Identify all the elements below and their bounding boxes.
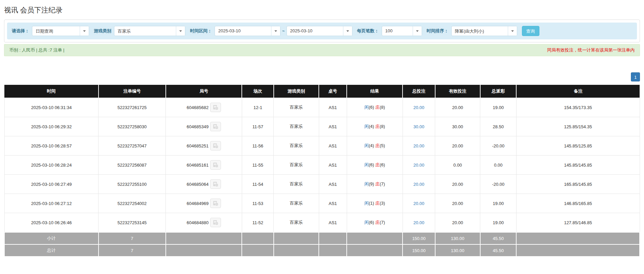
result-banker-label: 庄	[375, 162, 380, 167]
total-bet-link[interactable]: 20.00	[413, 143, 424, 148]
sum-empty	[242, 232, 273, 244]
sum-label: 小计	[4, 232, 99, 244]
cell-total-bet: 20.00	[403, 156, 435, 175]
pagination-top: 1	[4, 72, 640, 81]
result-banker-score: (6)	[380, 162, 385, 167]
round-id-text: 604684969	[187, 201, 209, 206]
cell-note: 154.35/173.35	[516, 98, 640, 117]
cell-payout: -20.00	[480, 175, 517, 194]
cell-payout: 19.00	[480, 98, 517, 117]
video-replay-button[interactable]	[210, 199, 221, 208]
cell-session: 11-57	[242, 117, 273, 136]
video-replay-button[interactable]	[210, 160, 221, 170]
sum-label: 总计	[4, 244, 99, 256]
total-bet-link[interactable]: 20.00	[413, 182, 424, 187]
date-to-picker[interactable]: 2025-03-10	[287, 26, 352, 36]
cell-session: 11-56	[242, 136, 273, 156]
cell-total-bet: 20.00	[403, 194, 435, 213]
cell-table-no: AS1	[319, 156, 347, 175]
cell-payout: -20.00	[480, 136, 517, 156]
cell-bet-id: 522327253145	[99, 213, 166, 233]
date-range-separator: ~	[282, 29, 285, 34]
sum-empty	[166, 232, 242, 244]
total-bet-link[interactable]: 30.00	[413, 124, 424, 129]
sum-valid-bet: 130.00	[435, 232, 480, 244]
table-row: 2025-03-10 06:31:34522327261725604685682…	[4, 98, 640, 117]
sum-empty	[166, 244, 242, 256]
cell-round-id: 604685064	[166, 175, 242, 194]
video-replay-button[interactable]	[210, 122, 221, 131]
table-row: 2025-03-10 06:28:24522327256087604685161…	[4, 156, 640, 175]
column-header: 游戏类别	[274, 85, 319, 98]
round-id-text: 604685682	[187, 105, 209, 110]
sum-note	[516, 244, 640, 256]
cell-table-no: AS1	[319, 117, 347, 136]
column-header: 注单编号	[99, 85, 166, 98]
sum-note	[516, 232, 640, 244]
sort-order-label: 时间排序：	[427, 28, 449, 34]
page-size-select[interactable]: 100	[382, 26, 422, 36]
result-banker-label: 庄	[375, 124, 380, 129]
chevron-down-icon	[271, 26, 280, 36]
video-replay-button[interactable]	[210, 218, 221, 227]
cell-session: 12-1	[242, 98, 273, 117]
search-button[interactable]: 查询	[522, 26, 539, 36]
result-player-label: 闲	[365, 220, 369, 225]
valid-bet-notice-text: 同局有效投注，统一计算在该局第一张注单内	[547, 47, 635, 53]
cell-result: 闲(6) 庄(7)	[347, 213, 403, 233]
query-type-select[interactable]: 日期查询	[32, 26, 89, 36]
chevron-down-icon	[413, 26, 422, 36]
total-bet-link[interactable]: 20.00	[413, 201, 424, 206]
cell-bet-id: 522327258030	[99, 117, 166, 136]
cell-session: 11-55	[242, 156, 273, 175]
cell-payout: 19.00	[480, 213, 517, 233]
date-from-picker[interactable]: 2025-03-10	[215, 26, 280, 36]
total-bet-link[interactable]: 20.00	[413, 163, 424, 168]
total-bet-link[interactable]: 20.00	[413, 220, 424, 225]
cell-time: 2025-03-10 06:28:24	[4, 156, 99, 175]
result-banker-label: 庄	[375, 105, 380, 110]
sum-valid-bet: 130.00	[435, 244, 480, 256]
column-header: 桌号	[319, 85, 347, 98]
cell-game-type: 百家乐	[274, 98, 319, 117]
cell-bet-id: 522327261725	[99, 98, 166, 117]
video-replay-icon	[213, 220, 219, 225]
game-type-select[interactable]: 百家乐	[114, 26, 185, 36]
video-replay-icon	[213, 201, 219, 206]
time-range-label: 时间区间：	[190, 28, 212, 34]
sum-empty	[347, 232, 403, 244]
video-replay-icon	[213, 162, 219, 168]
sum-payout: 45.50	[480, 244, 517, 256]
cell-note: 127.85/146.85	[516, 213, 640, 233]
cell-game-type: 百家乐	[274, 213, 319, 233]
table-row: 2025-03-10 06:26:46522327253145604684880…	[4, 213, 640, 233]
cell-round-id: 604684880	[166, 213, 242, 233]
cell-note: 125.85/154.35	[516, 117, 640, 136]
cell-bet-id: 522327257047	[99, 136, 166, 156]
cell-session: 11-52	[242, 213, 273, 233]
sum-empty	[274, 244, 319, 256]
cell-table-no: AS1	[319, 194, 347, 213]
table-body: 2025-03-10 06:31:34522327261725604685682…	[4, 98, 640, 257]
video-replay-button[interactable]	[210, 179, 221, 189]
result-banker-score: (5)	[380, 143, 385, 148]
sum-payout: 45.50	[480, 232, 517, 244]
sort-order-select[interactable]: 降冪(由大到小)	[451, 26, 517, 36]
cell-time: 2025-03-10 06:31:34	[4, 98, 99, 117]
currency-summary-text: 币别 : 人民币 | 总共 :7 注单 |	[9, 47, 65, 53]
game-type-label: 游戏类别	[94, 28, 111, 34]
result-banker-label: 庄	[375, 181, 380, 186]
cell-result: 闲(4) 庄(5)	[347, 136, 403, 156]
cell-time: 2025-03-10 06:27:12	[4, 194, 99, 213]
video-replay-button[interactable]	[210, 141, 221, 150]
video-replay-button[interactable]	[210, 103, 221, 112]
cell-note: 165.85/145.85	[516, 175, 640, 194]
table-header-row: 时间注单编号局号场次游戏类别桌号结果总投注有效投注总派彩备注	[4, 85, 640, 98]
cell-table-no: AS1	[319, 175, 347, 194]
cell-note: 146.85/165.85	[516, 194, 640, 213]
result-banker-label: 庄	[375, 143, 380, 148]
total-bet-link[interactable]: 20.00	[413, 105, 424, 110]
page-1-button[interactable]: 1	[631, 72, 640, 81]
cell-payout: 0.00	[480, 156, 517, 175]
cell-game-type: 百家乐	[274, 117, 319, 136]
